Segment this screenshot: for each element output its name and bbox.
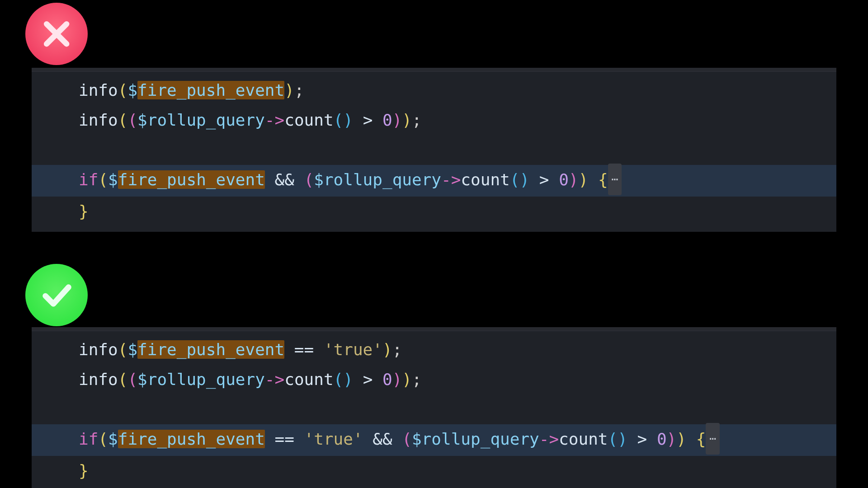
code-token: ( — [510, 170, 520, 189]
code-token: ( — [402, 430, 412, 448]
code-token: 0 — [559, 170, 569, 189]
code-token: ( — [118, 111, 128, 129]
right-line-3 — [32, 394, 836, 424]
wrong-line-3 — [32, 135, 836, 165]
code-token: ; — [412, 111, 422, 129]
code-token: ) — [392, 111, 402, 129]
code-token: -> — [265, 111, 284, 129]
code-token: ( — [608, 430, 618, 448]
code-token: $ — [108, 430, 118, 448]
code-token: info — [79, 340, 118, 359]
code-token: { — [686, 430, 706, 448]
editor-top-bar — [32, 327, 836, 331]
code-token: fire_push_event — [118, 430, 265, 448]
wrong-badge — [25, 3, 88, 65]
code-fold-icon[interactable]: ⋯ — [706, 423, 719, 455]
wrong-line-2: info(($rollup_query->count() > 0)); — [32, 105, 836, 135]
code-token: $ — [108, 170, 118, 189]
right-line-2: info(($rollup_query->count() > 0)); — [32, 365, 836, 394]
code-token: ) — [402, 370, 412, 389]
code-token: $rollup_query — [412, 430, 539, 448]
code-token: $ — [127, 340, 137, 359]
code-token: $rollup_query — [137, 111, 265, 129]
code-token: ( — [334, 111, 344, 129]
code-token: > — [529, 170, 559, 189]
code-token: > — [353, 370, 382, 389]
code-token: $ — [127, 81, 137, 99]
code-token: > — [627, 430, 657, 448]
code-token: { — [588, 170, 608, 189]
code-token: info — [79, 111, 118, 129]
code-token: ) — [569, 170, 579, 189]
wrong-code-block: info($fire_push_event);info(($rollup_que… — [32, 68, 836, 232]
code-token: -> — [441, 170, 461, 189]
code-token: fire_push_event — [137, 340, 284, 359]
code-token: ) — [667, 430, 677, 448]
code-token: ; — [294, 81, 304, 99]
code-token: -> — [265, 370, 284, 389]
code-token: ( — [334, 370, 344, 389]
code-token: && — [265, 170, 304, 189]
code-token: ) — [284, 81, 294, 99]
code-token: 0 — [382, 111, 392, 129]
code-token: $rollup_query — [314, 170, 441, 189]
right-badge — [25, 264, 88, 326]
code-token: 0 — [657, 430, 667, 448]
code-token: ) — [343, 370, 353, 389]
code-fold-icon[interactable]: ⋯ — [608, 164, 622, 195]
code-token: ) — [343, 111, 353, 129]
code-token: if — [79, 170, 98, 189]
right-line-4: if($fire_push_event == 'true' && ($rollu… — [32, 424, 836, 456]
code-token: ) — [519, 170, 529, 189]
code-token: count — [461, 170, 509, 189]
code-token: fire_push_event — [137, 81, 284, 99]
code-token: ( — [127, 370, 137, 389]
right-code-block: info($fire_push_event == 'true');info(($… — [32, 327, 836, 488]
code-token: if — [79, 430, 98, 448]
right-line-5: } — [32, 456, 836, 486]
code-token: > — [353, 111, 382, 129]
code-token: fire_push_event — [118, 170, 265, 189]
code-token: == — [284, 340, 324, 359]
code-token: ) — [382, 340, 392, 359]
wrong-line-5: } — [32, 197, 836, 226]
code-token: 'true' — [324, 340, 382, 359]
code-token: ; — [392, 340, 402, 359]
editor-top-bar — [32, 68, 836, 72]
wrong-code-area: info($fire_push_event);info(($rollup_que… — [32, 72, 836, 232]
code-token: count — [284, 111, 333, 129]
code-token: count — [284, 370, 333, 389]
code-token: ) — [579, 170, 589, 189]
code-token: ( — [127, 111, 137, 129]
code-token: && — [363, 430, 402, 448]
code-token: info — [79, 81, 118, 99]
code-token: ( — [118, 81, 128, 99]
code-token: 0 — [382, 370, 392, 389]
code-token: ) — [392, 370, 402, 389]
code-token: ( — [304, 170, 314, 189]
code-token: ; — [412, 370, 422, 389]
right-code-area: info($fire_push_event == 'true');info(($… — [32, 331, 836, 488]
code-token: ( — [118, 370, 128, 389]
right-line-1: info($fire_push_event == 'true'); — [32, 335, 836, 365]
code-token: ( — [98, 430, 108, 448]
code-token: -> — [539, 430, 559, 448]
wrong-line-4: if($fire_push_event && ($rollup_query->c… — [32, 165, 836, 197]
check-icon — [37, 275, 76, 315]
wrong-line-1: info($fire_push_event); — [32, 75, 836, 105]
code-token: 'true' — [304, 430, 363, 448]
code-token: ) — [402, 111, 412, 129]
code-token: ) — [676, 430, 686, 448]
code-token: ( — [98, 170, 108, 189]
code-token: ) — [618, 430, 627, 448]
code-token: ( — [118, 340, 128, 359]
cross-icon — [37, 14, 76, 54]
code-token: == — [265, 430, 304, 448]
code-token: } — [79, 202, 89, 221]
code-token: $rollup_query — [137, 370, 265, 389]
code-token: } — [79, 461, 89, 480]
code-token: count — [559, 430, 608, 448]
code-token: info — [79, 370, 118, 389]
comparison-figure: info($fire_push_event);info(($rollup_que… — [0, 0, 868, 488]
